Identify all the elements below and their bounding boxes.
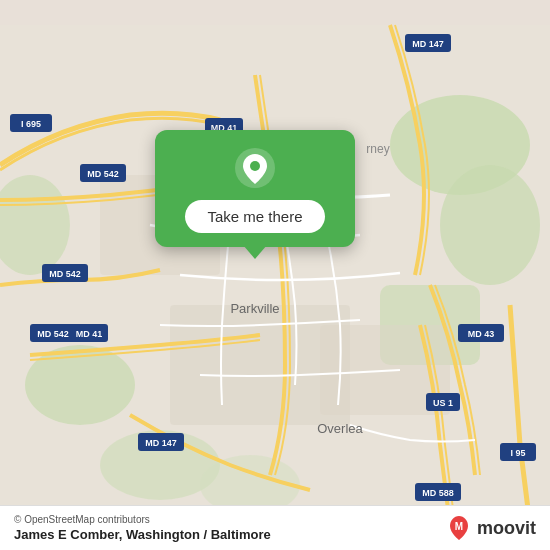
- take-me-there-button[interactable]: Take me there: [185, 200, 324, 233]
- svg-text:MD 542: MD 542: [37, 329, 69, 339]
- svg-text:I 95: I 95: [510, 448, 525, 458]
- svg-text:MD 43: MD 43: [468, 329, 495, 339]
- svg-text:MD 542: MD 542: [49, 269, 81, 279]
- svg-text:Overlea: Overlea: [317, 421, 363, 436]
- svg-text:M: M: [455, 521, 463, 532]
- svg-text:MD 147: MD 147: [412, 39, 444, 49]
- popup-card: Take me there: [155, 130, 355, 247]
- svg-point-2: [440, 165, 540, 285]
- bottom-bar: © OpenStreetMap contributors James E Com…: [0, 505, 550, 550]
- map-background: I 695 MD 147 MD 41 MD 542 MD 542 MD 542 …: [0, 0, 550, 550]
- svg-text:I 695: I 695: [21, 119, 41, 129]
- svg-text:MD 41: MD 41: [76, 329, 103, 339]
- location-title: James E Comber, Washington / Baltimore: [14, 527, 271, 542]
- svg-point-39: [250, 161, 260, 171]
- svg-text:MD 588: MD 588: [422, 488, 454, 498]
- map-container: I 695 MD 147 MD 41 MD 542 MD 542 MD 542 …: [0, 0, 550, 550]
- moovit-logo: M moovit: [445, 514, 536, 542]
- svg-text:Parkville: Parkville: [230, 301, 279, 316]
- svg-text:rney: rney: [366, 142, 389, 156]
- svg-text:US 1: US 1: [433, 398, 453, 408]
- bottom-left-info: © OpenStreetMap contributors James E Com…: [14, 514, 271, 542]
- svg-text:MD 147: MD 147: [145, 438, 177, 448]
- moovit-text: moovit: [477, 518, 536, 539]
- osm-attribution: © OpenStreetMap contributors: [14, 514, 271, 525]
- location-pin-icon: [233, 146, 277, 190]
- svg-text:MD 542: MD 542: [87, 169, 119, 179]
- moovit-icon: M: [445, 514, 473, 542]
